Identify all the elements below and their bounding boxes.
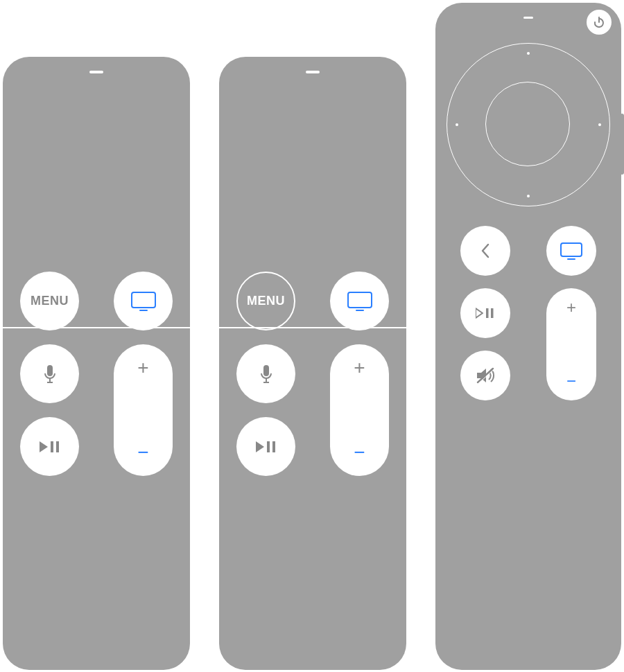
menu-button-label: MENU [247,294,285,308]
play-pause-button[interactable] [460,288,510,338]
volume-down[interactable]: − [137,443,148,462]
siri-remote-gen1: MENU + − [3,57,190,670]
svg-rect-0 [132,292,155,308]
menu-button[interactable]: MENU [236,272,295,330]
svg-marker-13 [256,441,264,452]
tv-icon [131,292,156,311]
volume-rocker[interactable]: + − [330,344,389,476]
clickpad-dot-right [598,123,601,126]
mute-icon [476,367,495,384]
siri-button[interactable] [236,344,295,403]
clickpad-dot-up [527,52,530,55]
svg-rect-10 [263,365,269,376]
siri-side-button[interactable] [620,114,624,175]
play-pause-icon [256,440,277,454]
siri-button[interactable] [20,344,79,403]
surface-divider [219,327,406,328]
clickpad-ring[interactable] [447,43,610,206]
menu-button[interactable]: MENU [20,272,79,330]
svg-rect-21 [486,308,489,318]
play-pause-button[interactable] [236,417,295,476]
tv-icon [347,292,372,311]
siri-remote-gen3: + − [435,3,621,670]
mute-button[interactable] [460,351,510,400]
microphone-icon [44,364,56,384]
clickpad-dot-left [456,123,458,126]
volume-up[interactable]: + [566,299,576,316]
volume-down[interactable]: − [566,373,576,389]
svg-rect-2 [47,365,53,376]
svg-marker-20 [476,308,483,318]
svg-rect-8 [348,292,372,308]
chevron-left-icon [480,243,490,258]
svg-rect-15 [272,441,275,452]
clickpad-dot-down [527,195,530,197]
tv-button[interactable] [546,226,596,276]
status-indicator [89,71,103,73]
back-button[interactable] [460,226,510,276]
volume-down[interactable]: − [354,443,365,462]
volume-rocker[interactable]: + − [546,288,596,400]
play-pause-icon [476,307,495,319]
clickpad-center[interactable] [485,82,570,166]
surface-divider [3,327,190,328]
menu-button-label: MENU [31,294,69,308]
svg-rect-7 [56,441,59,452]
power-button[interactable] [587,10,612,35]
microphone-icon [260,364,272,384]
svg-rect-14 [267,441,270,452]
tv-icon [560,242,582,260]
volume-up[interactable]: + [354,358,365,378]
svg-rect-22 [491,308,494,318]
siri-remote-gen2: MENU + − [219,57,406,670]
status-indicator [523,17,533,19]
volume-up[interactable]: + [137,358,148,378]
play-pause-button[interactable] [20,417,79,476]
status-indicator [306,71,320,73]
tv-button[interactable] [114,272,173,330]
svg-marker-5 [40,441,48,452]
play-pause-icon [40,440,60,454]
power-icon [593,16,605,28]
svg-rect-6 [51,441,53,452]
svg-rect-18 [561,243,582,256]
tv-button[interactable] [330,272,389,330]
volume-rocker[interactable]: + − [114,344,173,476]
